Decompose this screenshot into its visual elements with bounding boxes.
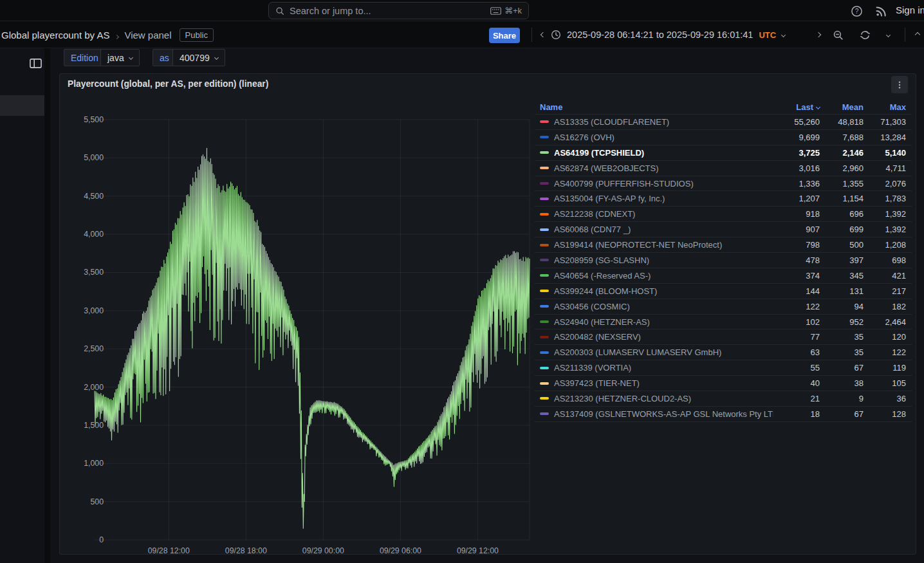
legend-row[interactable]: AS135004 (FY-AS-AP fy, Inc.)1,2071,1541,… <box>535 191 912 207</box>
series-color-swatch <box>540 412 549 415</box>
series-color-swatch <box>540 336 549 338</box>
collapse-toolbar-icon[interactable] <box>911 28 924 42</box>
series-max-value: 217 <box>864 286 906 296</box>
series-last-value: 18 <box>773 409 820 419</box>
panel-menu-kebab-icon[interactable] <box>891 76 908 93</box>
time-back-icon[interactable] <box>537 28 550 42</box>
legend-header: NameLastMeanMax <box>535 100 912 115</box>
series-last-value: 907 <box>773 225 820 234</box>
breadcrumb: Global playercount by AS View panel Publ… <box>1 21 214 48</box>
legend-row[interactable]: AS24940 (HETZNER-AS)1029522,464 <box>535 315 912 330</box>
legend-row[interactable]: AS400799 (PUFFERFISH-STUDIOS)1,3361,3552… <box>535 176 912 192</box>
y-axis-label: 2,500 <box>65 344 104 353</box>
series-last-value: 102 <box>773 317 820 327</box>
series-last-value: 144 <box>773 286 820 296</box>
series-name: AS24940 (HETZNER-AS) <box>535 317 773 327</box>
series-line-tcpshield <box>95 148 530 528</box>
sign-in-link[interactable]: Sign in <box>896 5 924 15</box>
refresh-icon[interactable] <box>857 28 873 42</box>
sidebar <box>0 48 44 563</box>
legend-row[interactable]: AS30456 (COSMIC)12294182 <box>535 299 912 315</box>
legend-row[interactable]: AS40654 (-Reserved AS-)374345421 <box>535 268 912 284</box>
legend-col-name[interactable]: Name <box>540 102 773 112</box>
y-axis-label: 4,000 <box>65 230 104 239</box>
legend-row[interactable]: AS200482 (NEXSERV)7735120 <box>535 329 912 345</box>
breadcrumb-dashboard[interactable]: Global playercount by AS <box>1 30 109 41</box>
series-mean-value: 94 <box>820 302 864 311</box>
series-name: AS400799 (PUFFERFISH-STUDIOS) <box>535 179 773 189</box>
legend-row[interactable]: AS208959 (SG-SLASHN)478397698 <box>535 253 912 268</box>
series-color-swatch <box>540 151 549 154</box>
breadcrumb-separator-icon <box>115 30 118 41</box>
series-last-value: 1,207 <box>773 194 820 203</box>
search-shortcut: ⌘+k <box>490 6 522 15</box>
legend-table: NameLastMeanMax AS13335 (CLOUDFLARENET)5… <box>535 100 912 422</box>
filter-as-select[interactable]: 400799 <box>172 49 225 66</box>
series-max-value: 698 <box>864 255 906 265</box>
series-name: AS397423 (TIER-NET) <box>535 378 773 388</box>
news-rss-icon[interactable] <box>874 4 888 18</box>
panel-toolbar: Global playercount by AS View panel Publ… <box>0 21 924 48</box>
series-name: AS135004 (FY-AS-AP fy, Inc.) <box>535 194 773 203</box>
legend-row[interactable]: AS60068 (CDN77 _)9076991,392 <box>535 222 912 237</box>
series-color-swatch <box>540 320 549 323</box>
legend-row[interactable]: AS213230 (HETZNER-CLOUD2-AS)21936 <box>535 391 912 407</box>
legend-row[interactable]: AS13335 (CLOUDFLARENET)55,26048,81871,30… <box>535 115 912 130</box>
timeseries-chart[interactable]: 05001,0001,5002,0002,5003,0003,5004,0004… <box>60 74 536 555</box>
series-color-swatch <box>540 367 549 369</box>
legend-row[interactable]: AS212238 (CDNEXT)9186961,392 <box>535 207 912 222</box>
legend-row[interactable]: AS16276 (OVH)9,6997,68813,284 <box>535 130 912 145</box>
help-icon[interactable]: ? <box>849 4 864 18</box>
series-last-value: 9,699 <box>773 133 820 142</box>
series-mean-value: 397 <box>820 255 864 265</box>
legend-row[interactable]: AS399244 (BLOOM-HOST)144131217 <box>535 284 912 299</box>
sidebar-divider <box>44 48 50 563</box>
time-forward-icon[interactable] <box>812 28 825 42</box>
series-color-swatch <box>540 244 549 246</box>
legend-row[interactable]: AS211339 (VORTIA)5567119 <box>535 360 912 376</box>
series-color-swatch <box>540 198 549 200</box>
time-range-text: 2025-09-28 06:14:21 to 2025-09-29 16:01:… <box>567 30 753 40</box>
toolbar-divider <box>531 28 532 42</box>
sidebar-toggle-icon[interactable] <box>28 58 42 71</box>
series-last-value: 798 <box>773 240 820 250</box>
series-color-swatch <box>540 136 549 138</box>
series-mean-value: 35 <box>820 347 864 357</box>
refresh-interval-dropdown-icon[interactable] <box>882 28 894 42</box>
series-mean-value: 67 <box>820 409 864 419</box>
y-axis-label: 3,500 <box>65 268 104 277</box>
legend-col-last[interactable]: Last <box>773 102 820 112</box>
series-mean-value: 345 <box>820 271 864 281</box>
series-mean-value: 9 <box>820 394 864 403</box>
legend-row[interactable]: AS200303 (LUMASERV LUMASERV GmbH)6335122 <box>535 345 912 360</box>
filter-edition-select[interactable]: java <box>100 49 140 66</box>
clock-icon <box>551 30 561 40</box>
y-axis-label: 3,000 <box>65 306 104 315</box>
series-name: AS30456 (COSMIC) <box>535 302 773 311</box>
zoom-out-icon[interactable] <box>830 28 845 42</box>
series-name: AS399244 (BLOOM-HOST) <box>535 286 773 296</box>
series-last-value: 1,336 <box>773 179 820 189</box>
sidebar-item-active[interactable] <box>0 95 44 116</box>
timezone-label: UTC <box>759 30 776 40</box>
series-color-swatch <box>540 274 549 277</box>
time-range-picker[interactable]: 2025-09-28 06:14:21 to 2025-09-29 16:01:… <box>551 26 785 43</box>
y-axis-label: 5,000 <box>65 153 104 162</box>
series-mean-value: 952 <box>820 317 864 327</box>
legend-row[interactable]: AS397423 (TIER-NET)4038105 <box>535 376 912 391</box>
search-input[interactable]: Search or jump to... ⌘+k <box>268 2 529 19</box>
share-button[interactable]: Share <box>489 28 520 43</box>
legend-row[interactable]: AS199414 (NEOPROTECT-NET NeoProtect)7985… <box>535 237 912 253</box>
series-mean-value: 67 <box>820 363 864 373</box>
legend-row[interactable]: AS137409 (GSLNETWORKS-AS-AP GSL Networks… <box>535 407 912 422</box>
series-name: AS211339 (VORTIA) <box>535 363 773 373</box>
legend-col-max[interactable]: Max <box>864 102 906 112</box>
series-max-value: 421 <box>864 271 906 281</box>
series-name: AS137409 (GSLNETWORKS-AS-AP GSL Networks… <box>535 409 773 419</box>
series-mean-value: 696 <box>820 209 864 219</box>
legend-col-mean[interactable]: Mean <box>820 102 864 112</box>
legend-row[interactable]: AS62874 (WEB2OBJECTS)3,0162,9604,711 <box>535 161 912 176</box>
series-last-value: 918 <box>773 209 820 219</box>
y-axis-label: 1,000 <box>65 459 104 468</box>
legend-row[interactable]: AS64199 (TCPSHIELD)3,7252,1465,140 <box>535 145 912 161</box>
